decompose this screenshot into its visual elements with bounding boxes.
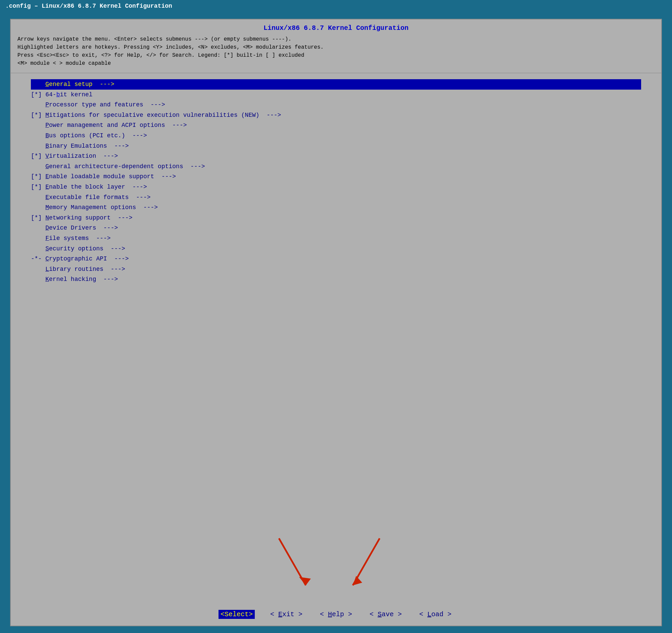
hotkey-exit: E	[278, 610, 282, 618]
menu-item-block-layer[interactable]: [*] Enable the block layer --->	[31, 182, 641, 192]
hotkey-save: S	[378, 610, 382, 618]
hotkey-v: V	[45, 153, 49, 160]
menu-area: General setup ---> [*] 64-bit kernel Pro…	[11, 76, 661, 605]
instruction-line-3: Press <Esc><Esc> to exit, <?> for Help, …	[18, 51, 654, 59]
hotkey-g: G	[45, 81, 49, 88]
buttons-area: <Select> < Exit > < Help > < Save > < Lo…	[11, 605, 661, 626]
menu-item-cryptographic-api[interactable]: -*- Cryptographic API --->	[31, 254, 641, 264]
menu-item-power-management[interactable]: Power management and ACPI options --->	[31, 120, 641, 130]
main-container: Linux/x86 6.8.7 Kernel Configuration Arr…	[0, 12, 672, 633]
hotkey-l: L	[45, 266, 49, 272]
title-bar: .config – Linux/x86 6.8.7 Kernel Configu…	[0, 0, 672, 12]
hotkey-d: D	[45, 224, 49, 231]
instructions: Arrow keys navigate the menu. <Enter> se…	[18, 35, 654, 68]
config-header: Linux/x86 6.8.7 Kernel Configuration Arr…	[11, 20, 661, 70]
hotkey-m2: M	[45, 112, 49, 119]
hotkey-load: L	[427, 610, 431, 618]
menu-item-processor-type[interactable]: Processor type and features --->	[31, 100, 641, 110]
select-button[interactable]: <Select>	[218, 610, 255, 619]
hotkey-e2: E	[45, 184, 49, 190]
hotkey-e3: E	[45, 194, 49, 201]
instruction-line-1: Arrow keys navigate the menu. <Enter> se…	[18, 35, 654, 43]
hotkey-n: N	[45, 215, 49, 221]
menu-item-security-options[interactable]: Security options --->	[31, 244, 641, 254]
instruction-line-4: <M> module < > module capable	[18, 59, 654, 68]
hotkey-m3: M	[45, 204, 49, 211]
exit-button[interactable]: < Exit >	[268, 610, 305, 619]
hotkey-b: b	[56, 91, 60, 98]
menu-item-virtualization[interactable]: [*] Virtualization --->	[31, 151, 641, 162]
hotkey-help: H	[328, 610, 332, 618]
menu-item-memory-management[interactable]: Memory Management options --->	[31, 202, 641, 213]
menu-item-general-setup[interactable]: General setup --->	[31, 79, 641, 90]
hotkey-e: E	[45, 173, 49, 180]
menu-item-binary-emulations[interactable]: Binary Emulations --->	[31, 141, 641, 151]
hotkey-g2: G	[45, 163, 49, 170]
hotkey-c: C	[45, 255, 49, 262]
instruction-line-2: Highlighted letters are hotkeys. Pressin…	[18, 43, 654, 51]
hotkey-f: F	[45, 235, 49, 242]
hotkey-b2: B	[45, 132, 49, 139]
menu-item-executable-formats[interactable]: Executable file formats --->	[31, 192, 641, 203]
help-button[interactable]: < Help >	[318, 610, 354, 619]
config-title: Linux/x86 6.8.7 Kernel Configuration	[18, 24, 654, 32]
config-box: Linux/x86 6.8.7 Kernel Configuration Arr…	[10, 19, 662, 626]
hotkey-p: P	[45, 101, 49, 108]
title-bar-text: .config – Linux/x86 6.8.7 Kernel Configu…	[5, 3, 172, 9]
hotkey-k: K	[45, 276, 49, 283]
menu-item-bus-options[interactable]: Bus options (PCI etc.) --->	[31, 130, 641, 141]
save-button[interactable]: < Save >	[367, 610, 404, 619]
menu-item-kernel-hacking[interactable]: Kernel hacking --->	[31, 274, 641, 285]
menu-item-device-drivers[interactable]: Device Drivers --->	[31, 223, 641, 233]
menu-item-general-arch[interactable]: General architecture-dependent options -…	[31, 162, 641, 172]
hotkey-b3: B	[45, 143, 49, 149]
load-button[interactable]: < Load >	[417, 610, 454, 619]
menu-item-file-systems[interactable]: File systems --->	[31, 233, 641, 244]
menu-item-networking[interactable]: [*] Networking support --->	[31, 213, 641, 223]
menu-item-library-routines[interactable]: Library routines --->	[31, 264, 641, 274]
hotkey-p2: P	[45, 122, 49, 128]
hotkey-s: S	[45, 245, 49, 252]
menu-item-mitigations[interactable]: [*] Mitigations for speculative executio…	[31, 110, 641, 121]
menu-item-loadable-module[interactable]: [*] Enable loadable module support --->	[31, 171, 641, 182]
menu-item-64bit-kernel[interactable]: [*] 64-bit kernel	[31, 90, 641, 100]
